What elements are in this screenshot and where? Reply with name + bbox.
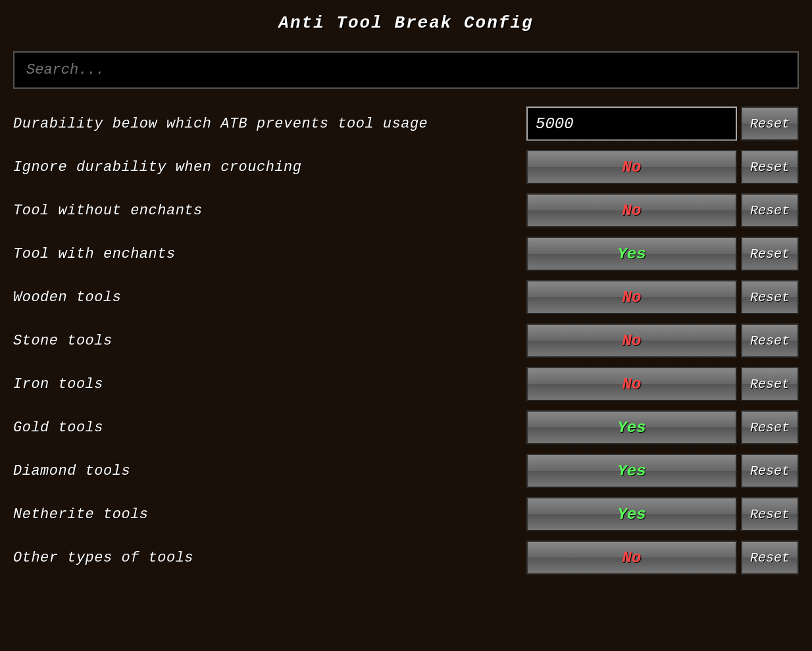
- config-row-tool-with-enchants: Tool with enchantsYesReset: [13, 235, 799, 273]
- toggle-iron-tools[interactable]: No: [526, 367, 737, 401]
- reset-netherite-tools[interactable]: Reset: [741, 497, 799, 531]
- reset-other-types-of-tools[interactable]: Reset: [741, 541, 799, 575]
- config-row-gold-tools: Gold toolsYesReset: [13, 408, 799, 446]
- reset-stone-tools[interactable]: Reset: [741, 324, 799, 358]
- reset-tool-with-enchants[interactable]: Reset: [741, 237, 799, 271]
- reset-durability-threshold[interactable]: Reset: [741, 107, 799, 141]
- config-rows: Durability below which ATB prevents tool…: [13, 105, 799, 577]
- config-row-tool-without-enchants: Tool without enchantsNoReset: [13, 191, 799, 229]
- input-durability-threshold[interactable]: [526, 107, 737, 141]
- controls-diamond-tools: YesReset: [526, 454, 799, 488]
- config-row-durability-threshold: Durability below which ATB prevents tool…: [13, 105, 799, 143]
- reset-gold-tools[interactable]: Reset: [741, 410, 799, 445]
- label-ignore-durability-crouching: Ignore durability when crouching: [13, 159, 526, 176]
- reset-tool-without-enchants[interactable]: Reset: [741, 193, 799, 228]
- config-row-ignore-durability-crouching: Ignore durability when crouchingNoReset: [13, 148, 799, 186]
- search-input[interactable]: [13, 51, 799, 89]
- controls-gold-tools: YesReset: [526, 410, 799, 445]
- controls-netherite-tools: YesReset: [526, 497, 799, 531]
- label-durability-threshold: Durability below which ATB prevents tool…: [13, 116, 526, 132]
- controls-stone-tools: NoReset: [526, 324, 799, 358]
- label-diamond-tools: Diamond tools: [13, 463, 526, 479]
- label-other-types-of-tools: Other types of tools: [13, 550, 526, 566]
- config-row-netherite-tools: Netherite toolsYesReset: [13, 495, 799, 533]
- toggle-diamond-tools[interactable]: Yes: [526, 454, 737, 488]
- controls-tool-without-enchants: NoReset: [526, 193, 799, 228]
- toggle-gold-tools[interactable]: Yes: [526, 410, 737, 445]
- reset-wooden-tools[interactable]: Reset: [741, 280, 799, 314]
- config-row-iron-tools: Iron toolsNoReset: [13, 365, 799, 403]
- label-netherite-tools: Netherite tools: [13, 506, 526, 523]
- main-container: Anti Tool Break Config Durability below …: [0, 0, 812, 595]
- label-wooden-tools: Wooden tools: [13, 289, 526, 306]
- reset-iron-tools[interactable]: Reset: [741, 367, 799, 401]
- label-tool-without-enchants: Tool without enchants: [13, 203, 526, 219]
- controls-other-types-of-tools: NoReset: [526, 541, 799, 575]
- config-row-wooden-tools: Wooden toolsNoReset: [13, 278, 799, 316]
- toggle-stone-tools[interactable]: No: [526, 324, 737, 358]
- controls-wooden-tools: NoReset: [526, 280, 799, 314]
- reset-diamond-tools[interactable]: Reset: [741, 454, 799, 488]
- controls-durability-threshold: Reset: [526, 107, 799, 141]
- controls-ignore-durability-crouching: NoReset: [526, 150, 799, 184]
- toggle-other-types-of-tools[interactable]: No: [526, 541, 737, 575]
- toggle-netherite-tools[interactable]: Yes: [526, 497, 737, 531]
- config-row-diamond-tools: Diamond toolsYesReset: [13, 452, 799, 490]
- toggle-tool-without-enchants[interactable]: No: [526, 193, 737, 228]
- controls-tool-with-enchants: YesReset: [526, 237, 799, 271]
- toggle-tool-with-enchants[interactable]: Yes: [526, 237, 737, 271]
- label-iron-tools: Iron tools: [13, 376, 526, 393]
- config-row-other-types-of-tools: Other types of toolsNoReset: [13, 539, 799, 577]
- toggle-ignore-durability-crouching[interactable]: No: [526, 150, 737, 184]
- toggle-wooden-tools[interactable]: No: [526, 280, 737, 314]
- label-stone-tools: Stone tools: [13, 333, 526, 349]
- config-row-stone-tools: Stone toolsNoReset: [13, 322, 799, 360]
- controls-iron-tools: NoReset: [526, 367, 799, 401]
- page-title: Anti Tool Break Config: [13, 13, 799, 33]
- reset-ignore-durability-crouching[interactable]: Reset: [741, 150, 799, 184]
- label-tool-with-enchants: Tool with enchants: [13, 246, 526, 262]
- label-gold-tools: Gold tools: [13, 420, 526, 436]
